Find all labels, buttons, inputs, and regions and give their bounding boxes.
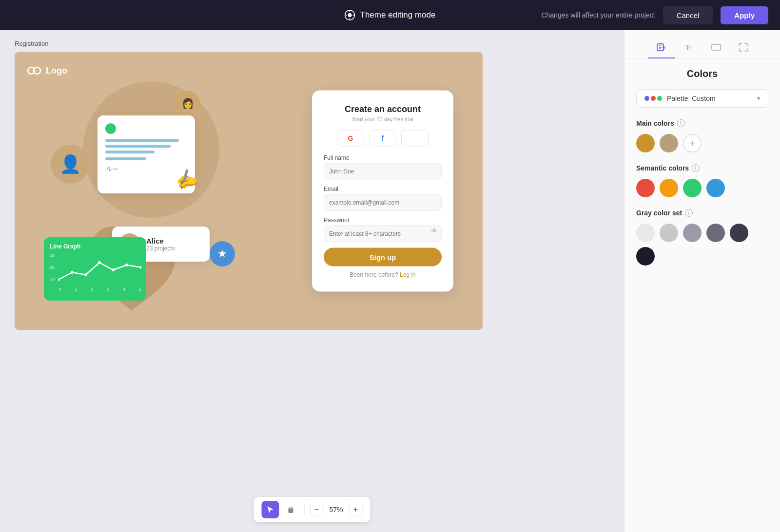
layout-icon [711, 42, 722, 53]
svg-rect-19 [289, 508, 290, 510]
palette-selector[interactable]: Palette: Custom ▾ [636, 89, 768, 108]
gray-color-swatches [636, 224, 768, 266]
semantic-color-blue[interactable] [706, 179, 725, 197]
add-main-color-button[interactable]: + [683, 134, 702, 152]
email-label: Email [324, 186, 442, 192]
gray-swatch-5[interactable] [730, 224, 748, 242]
typography-icon: T t [683, 42, 694, 53]
graph-y-20: 20 [50, 265, 55, 270]
palette-dots [644, 96, 662, 101]
main-color-2[interactable] [660, 134, 678, 152]
gray-swatch-1[interactable] [636, 224, 655, 242]
graph-y-10: 10 [50, 277, 55, 282]
main-colors-info-icon[interactable]: i [677, 119, 685, 127]
password-label: Password [324, 217, 442, 224]
graph-title: Line Graph [50, 243, 140, 250]
semantic-color-orange[interactable] [660, 179, 678, 197]
toggle-password-icon[interactable]: 👁 [431, 227, 438, 235]
svg-rect-17 [291, 507, 292, 510]
svg-rect-18 [292, 508, 293, 510]
main-color-1[interactable] [636, 134, 655, 152]
svg-point-10 [84, 273, 87, 276]
gray-set-info-icon[interactable]: i [685, 209, 693, 217]
page-label: Registration [15, 40, 609, 47]
semantic-color-red[interactable] [636, 179, 655, 197]
logo-icon [26, 63, 42, 78]
social-buttons: G f [324, 130, 442, 147]
gray-swatch-4[interactable] [706, 224, 725, 242]
profile-name: Alice [146, 237, 175, 245]
form-title: Create an account [324, 104, 442, 114]
theme-mode-text: Theme editing mode [360, 10, 436, 20]
zoom-in-button[interactable]: + [349, 503, 363, 516]
svg-point-1 [348, 13, 352, 17]
paint-icon [656, 42, 667, 53]
tab-typography[interactable]: T t [675, 37, 702, 58]
graph-x-labels: 0 1 2 3 4 5 [58, 287, 141, 292]
right-panel: T t Colors [624, 30, 780, 532]
graph-y-labels: 30 20 10 [50, 253, 55, 282]
google-login-button[interactable]: G [337, 130, 364, 147]
full-name-label: Full name [324, 154, 442, 161]
semantic-color-green[interactable] [683, 179, 702, 197]
zoom-divider [305, 504, 305, 515]
palette-label: Palette: Custom [667, 95, 752, 102]
logo-text: Logo [46, 66, 67, 76]
semantic-colors-swatches [636, 179, 768, 197]
main-colors-label: Main colors [636, 119, 674, 127]
apple-login-button[interactable] [401, 130, 429, 147]
tab-colors[interactable] [648, 37, 675, 58]
svg-point-13 [125, 264, 128, 266]
semantic-colors-info-icon[interactable]: i [692, 164, 700, 172]
login-question: Been here before? [350, 271, 398, 278]
zoom-out-button[interactable]: − [310, 503, 324, 516]
gray-set-section-title: Gray color set i [636, 209, 768, 217]
gray-swatch-6[interactable] [636, 247, 655, 266]
form-subtitle: Start your 30 day free trial [324, 116, 442, 122]
password-field-row: 👁 [324, 226, 442, 242]
graph-y-30: 30 [50, 253, 55, 258]
doc-green-dot [105, 123, 116, 134]
gray-swatch-2[interactable] [660, 224, 678, 242]
changes-notice: Changes will affect your entire project [541, 11, 655, 19]
top-bar-right: Changes will affect your entire project … [541, 6, 768, 24]
canvas-area: Registration Logo 👤 [0, 30, 624, 532]
panel-tabs: T t [624, 30, 780, 58]
panel-title: Colors [636, 68, 768, 79]
full-name-input[interactable] [324, 163, 442, 180]
top-bar: Theme editing mode Changes will affect y… [0, 0, 780, 30]
login-link[interactable]: Log in [400, 271, 416, 278]
email-input[interactable] [324, 194, 442, 211]
cursor-tool-button[interactable] [262, 501, 279, 518]
cancel-button[interactable]: Cancel [663, 6, 713, 24]
tab-expand[interactable] [730, 37, 757, 58]
hand-tool-button[interactable] [282, 501, 300, 518]
expand-icon [738, 42, 749, 53]
doc-line-1 [105, 139, 179, 142]
panel-content: Colors Palette: Custom ▾ Main colors i + [624, 58, 780, 532]
apply-button[interactable]: Apply [721, 6, 768, 24]
zoom-bar: − 57% + [254, 497, 370, 522]
svg-point-14 [140, 266, 141, 269]
main-colors-swatches: + [636, 134, 768, 152]
facebook-login-button[interactable]: f [369, 130, 396, 147]
svg-point-12 [112, 268, 115, 271]
palette-dot-3 [657, 96, 662, 101]
person-top-avatar: 👩 [176, 91, 200, 115]
doc-line-3 [105, 151, 155, 153]
tab-layout[interactable] [702, 37, 730, 58]
login-row: Been here before? Log in [324, 271, 442, 278]
signup-button[interactable]: Sign up [324, 248, 442, 266]
svg-rect-16 [290, 507, 291, 510]
password-input[interactable] [324, 226, 442, 242]
main-colors-section-title: Main colors i [636, 119, 768, 127]
svg-text:t: t [689, 45, 691, 52]
graph-card: Line Graph 30 20 10 [44, 237, 146, 301]
profile-info: Alice 23 projects [146, 237, 175, 252]
canvas-frame[interactable]: Logo 👤 ∿∼ 👩 [15, 52, 483, 330]
star-badge: ★ [210, 241, 235, 266]
svg-point-11 [98, 261, 101, 264]
gray-swatch-3[interactable] [683, 224, 702, 242]
semantic-colors-section-title: Semantic colors i [636, 164, 768, 172]
registration-form: Create an account Start your 30 day free… [312, 91, 453, 292]
